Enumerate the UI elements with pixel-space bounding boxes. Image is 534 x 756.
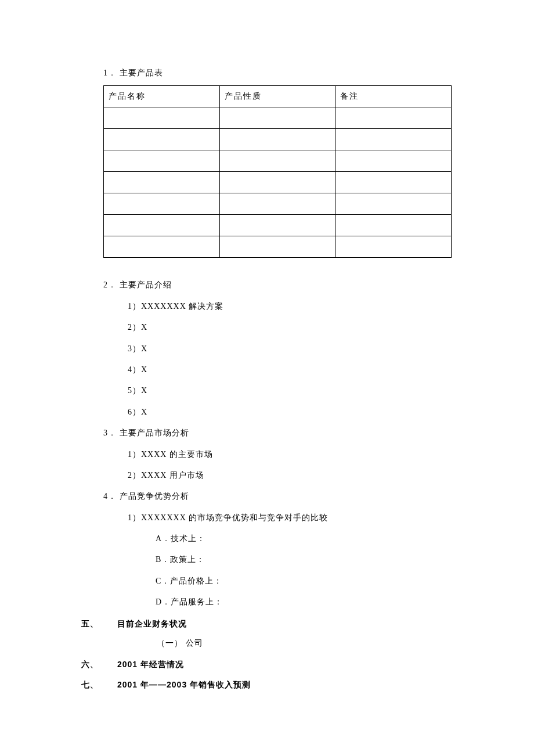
list-item: B．政策上：	[81, 553, 453, 566]
table-row	[104, 150, 452, 172]
list-item: 3）X	[81, 343, 453, 355]
heading-5: 五、 目前企业财务状况	[81, 617, 453, 630]
heading-7: 七、 2001 年——2003 年销售收入预测	[81, 678, 453, 691]
section-4-num: 4．	[103, 492, 117, 501]
table-row	[104, 193, 452, 215]
section-2-heading: 2． 主要产品介绍	[81, 279, 453, 291]
section-1-num: 1．	[103, 69, 117, 77]
section-2-num: 2．	[103, 280, 117, 289]
list-item: 6）X	[81, 406, 453, 419]
section-3-heading: 3． 主要产品市场分析	[81, 427, 453, 440]
section-1-title: 主要产品表	[120, 69, 163, 77]
section-1-heading: 1． 主要产品表	[81, 67, 453, 80]
heading-6-num: 六、	[81, 658, 117, 671]
section-3-num: 3．	[103, 429, 117, 437]
list-item: C．产品价格上：	[81, 575, 453, 588]
heading-5-num: 五、	[81, 617, 117, 630]
heading-5-title: 目前企业财务状况	[117, 617, 187, 630]
th-product-name: 产品名称	[104, 86, 220, 107]
section-4-heading: 4． 产品竞争优势分析	[81, 490, 453, 503]
th-product-nature: 产品性质	[219, 86, 335, 107]
document-page: 1． 主要产品表 产品名称 产品性质 备注 2． 主要产品介绍 1）XXXXXX…	[0, 0, 534, 756]
table-row	[104, 236, 452, 258]
list-item: 1）XXXX 的主要市场	[81, 448, 453, 461]
heading-5-sub: （一） 公司	[81, 637, 453, 650]
section-4-title: 产品竞争优势分析	[120, 492, 189, 501]
list-item: A．技术上：	[81, 532, 453, 545]
heading-7-num: 七、	[81, 678, 117, 691]
list-item: 5）X	[81, 384, 453, 397]
list-item: D．产品服务上：	[81, 596, 453, 609]
th-remark: 备注	[335, 86, 452, 107]
section-2-title: 主要产品介绍	[120, 280, 172, 289]
list-item: 2）XXXX 用户市场	[81, 469, 453, 482]
section-3-title: 主要产品市场分析	[120, 429, 189, 437]
table-row	[104, 215, 452, 236]
heading-7-title: 2001 年——2003 年销售收入预测	[117, 678, 251, 691]
table-row	[104, 172, 452, 193]
table-row	[104, 107, 452, 129]
table-header-row: 产品名称 产品性质 备注	[104, 86, 452, 107]
list-item: 4）X	[81, 363, 453, 376]
product-table: 产品名称 产品性质 备注	[103, 85, 452, 258]
list-item: 1）XXXXXXX 的市场竞争优势和与竞争对手的比较	[81, 512, 453, 524]
heading-6: 六、 2001 年经营情况	[81, 658, 453, 671]
heading-6-title: 2001 年经营情况	[117, 658, 184, 671]
list-item: 2）X	[81, 321, 453, 334]
list-item: 1）XXXXXXX 解决方案	[81, 300, 453, 313]
table-row	[104, 129, 452, 150]
